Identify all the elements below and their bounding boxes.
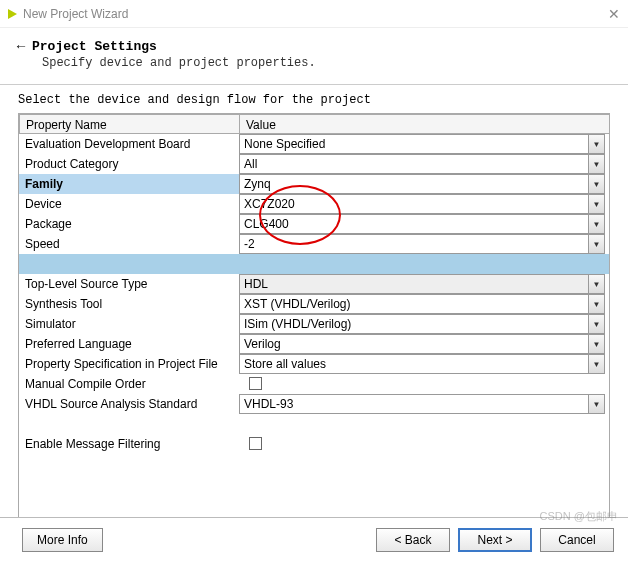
- property-select[interactable]: Zynq▼: [239, 174, 605, 194]
- chevron-down-icon[interactable]: ▼: [588, 335, 604, 353]
- blank-cell: [239, 414, 609, 434]
- property-label: Preferred Language: [19, 334, 239, 354]
- property-label: Evaluation Development Board: [19, 134, 239, 154]
- property-select[interactable]: XST (VHDL/Verilog)▼: [239, 294, 605, 314]
- property-select[interactable]: All▼: [239, 154, 605, 174]
- chevron-down-icon[interactable]: ▼: [588, 235, 604, 253]
- property-value: Verilog: [240, 337, 588, 351]
- property-label: VHDL Source Analysis Standard: [19, 394, 239, 414]
- wizard-header: ← Project Settings Specify device and pr…: [0, 28, 628, 78]
- property-select[interactable]: Verilog▼: [239, 334, 605, 354]
- property-value: -2: [240, 237, 588, 251]
- property-label: Family: [19, 174, 239, 194]
- back-arrow-icon[interactable]: ←: [14, 38, 28, 54]
- property-select[interactable]: Store all values▼: [239, 354, 605, 374]
- chevron-down-icon[interactable]: ▼: [588, 155, 604, 173]
- property-label: Property Specification in Project File: [19, 354, 239, 374]
- property-label: Package: [19, 214, 239, 234]
- chevron-down-icon[interactable]: ▼: [588, 315, 604, 333]
- property-label: [19, 254, 239, 274]
- property-label: Top-Level Source Type: [19, 274, 239, 294]
- page-title: Project Settings: [32, 39, 157, 54]
- property-checkbox[interactable]: [249, 437, 262, 450]
- property-value: All: [240, 157, 588, 171]
- window-title: New Project Wizard: [23, 7, 128, 21]
- chevron-down-icon[interactable]: ▼: [588, 195, 604, 213]
- property-value: Store all values: [240, 357, 588, 371]
- property-select[interactable]: None Specified▼: [239, 134, 605, 154]
- column-header-property: Property Name: [19, 114, 239, 134]
- property-value: XST (VHDL/Verilog): [240, 297, 588, 311]
- chevron-down-icon[interactable]: ▼: [588, 215, 604, 233]
- chevron-down-icon[interactable]: ▼: [588, 295, 604, 313]
- section-divider: [239, 254, 609, 274]
- titlebar: New Project Wizard ✕: [0, 0, 628, 28]
- property-label: Speed: [19, 234, 239, 254]
- property-select[interactable]: VHDL-93▼: [239, 394, 605, 414]
- next-button[interactable]: Next >: [458, 528, 532, 552]
- back-button[interactable]: < Back: [376, 528, 450, 552]
- column-header-value: Value: [239, 114, 609, 134]
- property-label: [19, 414, 239, 434]
- property-label: Manual Compile Order: [19, 374, 239, 394]
- property-label: Synthesis Tool: [19, 294, 239, 314]
- property-value: ISim (VHDL/Verilog): [240, 317, 588, 331]
- property-checkbox-cell: [239, 434, 609, 454]
- property-select[interactable]: -2▼: [239, 234, 605, 254]
- chevron-down-icon[interactable]: ▼: [588, 355, 604, 373]
- property-label: Simulator: [19, 314, 239, 334]
- property-value: Zynq: [240, 177, 588, 191]
- chevron-down-icon[interactable]: ▼: [588, 395, 604, 413]
- property-value: None Specified: [240, 137, 588, 151]
- chevron-down-icon[interactable]: ▼: [588, 135, 604, 153]
- section-label: Select the device and design flow for th…: [0, 85, 628, 113]
- property-label: Product Category: [19, 154, 239, 174]
- properties-panel: Property NameEvaluation Development Boar…: [18, 113, 610, 528]
- chevron-down-icon[interactable]: ▼: [588, 175, 604, 193]
- property-label: Enable Message Filtering: [19, 434, 239, 454]
- page-subtitle: Specify device and project properties.: [42, 56, 614, 70]
- close-icon[interactable]: ✕: [608, 6, 620, 22]
- cancel-button[interactable]: Cancel: [540, 528, 614, 552]
- more-info-button[interactable]: More Info: [22, 528, 103, 552]
- property-select[interactable]: XC7Z020▼: [239, 194, 605, 214]
- property-checkbox[interactable]: [249, 377, 262, 390]
- chevron-down-icon[interactable]: ▼: [588, 275, 604, 293]
- property-label: Device: [19, 194, 239, 214]
- property-value: XC7Z020: [240, 197, 588, 211]
- property-checkbox-cell: [239, 374, 609, 394]
- footer: More Info < Back Next > Cancel: [0, 517, 628, 562]
- property-select[interactable]: HDL▼: [239, 274, 605, 294]
- property-value: CLG400: [240, 217, 588, 231]
- app-logo-icon: [8, 9, 17, 19]
- property-select[interactable]: CLG400▼: [239, 214, 605, 234]
- property-value: VHDL-93: [240, 397, 588, 411]
- property-select[interactable]: ISim (VHDL/Verilog)▼: [239, 314, 605, 334]
- property-value: HDL: [240, 277, 588, 291]
